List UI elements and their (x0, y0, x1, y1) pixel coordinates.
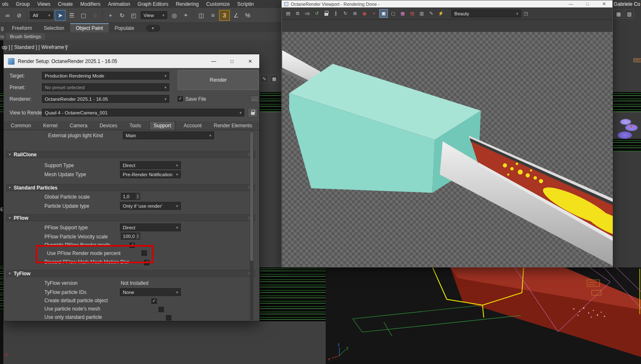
viewport-label[interactable]: op ] [ Standard ] [ Wireframe ] (2, 44, 67, 50)
region-render-icon[interactable]: ⊞ (351, 9, 359, 18)
kernel-lightning-icon[interactable]: ⚡ (436, 9, 445, 18)
menu-item-scripting[interactable]: Scriptin (234, 1, 258, 7)
camera-target-icon[interactable]: ⌖ (370, 9, 378, 18)
pause-render-icon[interactable]: ∥ (331, 9, 340, 18)
octane-title-bar[interactable]: OctaneRender Viewport - Rendering Done -… (282, 0, 612, 7)
reference-coordinate-dropdown[interactable]: View (141, 11, 167, 19)
menu-item-group[interactable]: Group (12, 1, 33, 7)
refresh-icon[interactable]: ↺ (312, 9, 321, 18)
standard-particles-rollout-header[interactable]: Standard Particles (6, 184, 255, 191)
external-plugin-dropdown[interactable]: Main (123, 131, 214, 139)
render-canvas[interactable] (282, 32, 613, 267)
menu-item-modifiers[interactable]: Modifiers (77, 1, 105, 7)
ribbon-tab-freeform[interactable]: Freeform (6, 24, 38, 32)
render-button[interactable]: Render (178, 70, 259, 90)
brush-settings-tab[interactable]: Brush Settings (6, 33, 45, 40)
preset-dropdown[interactable]: No preset selected (42, 83, 169, 91)
tab-devices[interactable]: Devices (96, 121, 121, 130)
menu-item-animation[interactable]: Animation (104, 1, 134, 7)
dialog-scrollbar[interactable] (250, 131, 253, 320)
lock-view-button[interactable] (248, 108, 258, 117)
menu-item-views[interactable]: Views (34, 1, 54, 7)
restart-render-icon[interactable]: ↻ (341, 9, 350, 18)
select-object-icon[interactable]: ➤ (55, 10, 66, 21)
spinner-arrows-icon[interactable] (136, 233, 140, 240)
isolate-toggle-icon[interactable]: ▧ (625, 10, 634, 19)
tab-account[interactable]: Account (180, 121, 205, 130)
maximize-button[interactable]: □ (223, 58, 241, 64)
expand-viewport-icon[interactable]: ◳ (522, 9, 530, 18)
renderer-dropdown[interactable]: OctaneRender 2025.1 - 16.05 (42, 95, 169, 103)
menu-item-tools[interactable]: ols (0, 1, 12, 7)
material-picker-icon[interactable]: ✎ (427, 9, 436, 18)
edit-pencil-icon[interactable]: ✎ (260, 75, 268, 83)
render-pass-dropdown[interactable]: Beauty (451, 10, 521, 17)
tab-tools[interactable]: Tools (126, 121, 145, 130)
tyflow-particle-ids-dropdown[interactable]: None (120, 288, 181, 296)
use-only-standard-particle-checkbox[interactable] (166, 315, 171, 320)
select-by-name-icon[interactable]: ☰ (66, 10, 77, 21)
select-and-scale-icon[interactable]: ◰ (128, 10, 139, 21)
unlink-selection-icon[interactable]: ⊘ (14, 10, 24, 21)
particle-update-type-dropdown[interactable]: Only if 'use render' (120, 202, 181, 210)
select-and-place-icon[interactable]: ⌖ (180, 10, 191, 21)
mesh-update-dropdown[interactable]: Pre-Render Notification (120, 170, 181, 178)
align-icon[interactable]: ≡ (207, 10, 218, 21)
pass-pink-icon[interactable]: ▦ (398, 9, 407, 18)
pflow-rollout-header[interactable]: PFlow (6, 214, 255, 221)
scrollbar-thumb[interactable] (250, 132, 253, 261)
rect-selection-region-icon[interactable]: ▢ (78, 10, 89, 21)
tab-common[interactable]: Common (7, 121, 35, 130)
menu-item-rendering[interactable]: Rendering (172, 1, 202, 7)
pflow-support-type-dropdown[interactable]: Direct (120, 223, 181, 231)
tab-render-elements[interactable]: Render Elements (210, 121, 256, 130)
ribbon-tab-selection[interactable]: Selection (38, 24, 70, 32)
layer-manager-icon[interactable]: ▦ (614, 10, 623, 19)
select-and-move-icon[interactable]: + (105, 10, 116, 21)
film-red-icon[interactable]: ▤ (408, 9, 417, 18)
save-file-browse-button[interactable]: ... (250, 95, 259, 102)
use-pflow-render-mode-percent-checkbox[interactable] (141, 250, 147, 256)
copy-image-icon[interactable]: ⧉ (293, 9, 302, 18)
discard-pflow-motion-blur-checkbox[interactable] (144, 260, 149, 265)
minimize-button[interactable]: — (563, 1, 579, 7)
ribbon-flyout-icon[interactable]: ▾ (146, 25, 160, 32)
ribbon-tab-object-paint[interactable]: Object Paint (70, 23, 109, 32)
minimize-button[interactable]: — (205, 58, 223, 64)
mirror-icon[interactable]: ◫ (196, 10, 207, 21)
tab-camera[interactable]: Camera (66, 121, 91, 130)
selection-filter-dropdown[interactable]: All (30, 11, 53, 19)
ab-compare-icon[interactable]: AB (303, 9, 312, 18)
use-pivot-point-icon[interactable]: ◎ (169, 10, 180, 21)
lock-resolution-icon[interactable] (322, 9, 331, 18)
select-and-rotate-icon[interactable]: ↻ (117, 10, 127, 21)
pflow-velocity-scale-spinner[interactable]: 100,0 (121, 233, 140, 240)
save-file-checkbox[interactable] (178, 96, 183, 102)
angle-snap-icon[interactable]: ∠ (231, 10, 241, 21)
select-and-link-icon[interactable]: ∞ (2, 10, 13, 21)
menu-item-graph-editors[interactable]: Graph Editors (134, 1, 172, 7)
close-button[interactable]: ✕ (596, 1, 612, 7)
ribbon-tab-populate[interactable]: Populate (109, 24, 140, 32)
create-default-particle-checkbox[interactable] (151, 298, 157, 304)
use-particle-node-mesh-checkbox[interactable] (158, 307, 164, 312)
support-type-dropdown[interactable]: Direct (120, 161, 181, 169)
spinner-arrows-icon[interactable] (136, 193, 140, 200)
close-button[interactable]: ✕ (241, 58, 259, 64)
tab-kernel[interactable]: Kernel (39, 121, 61, 130)
grid-icon[interactable]: ▦ (270, 75, 278, 83)
active-display-icon[interactable]: ▣ (379, 9, 388, 18)
global-particle-scale-spinner[interactable]: 1,0 (121, 193, 140, 200)
maximize-button[interactable]: □ (579, 1, 596, 7)
override-pflow-render-mode-checkbox[interactable] (129, 243, 135, 248)
paint-selection-region-icon[interactable]: ◌ (90, 10, 100, 21)
filter-funnel-icon[interactable]: ▽ (65, 44, 68, 50)
view-to-render-dropdown[interactable]: Quad 4 - OctaneCamera_001 (42, 109, 244, 116)
focus-picker-icon[interactable]: ◉ (360, 9, 369, 18)
wireframe-viewport[interactable]: z y x (326, 267, 641, 364)
menu-item-customize[interactable]: Customize (202, 1, 234, 7)
dialog-title-bar[interactable]: Render Setup: OctaneRender 2025.1 - 16.0… (4, 54, 259, 68)
tyflow-rollout-header[interactable]: TyFlow (6, 270, 255, 277)
signed-in-user[interactable]: Gabriele Co (614, 1, 641, 7)
target-dropdown[interactable]: Production Rendering Mode (42, 72, 169, 80)
